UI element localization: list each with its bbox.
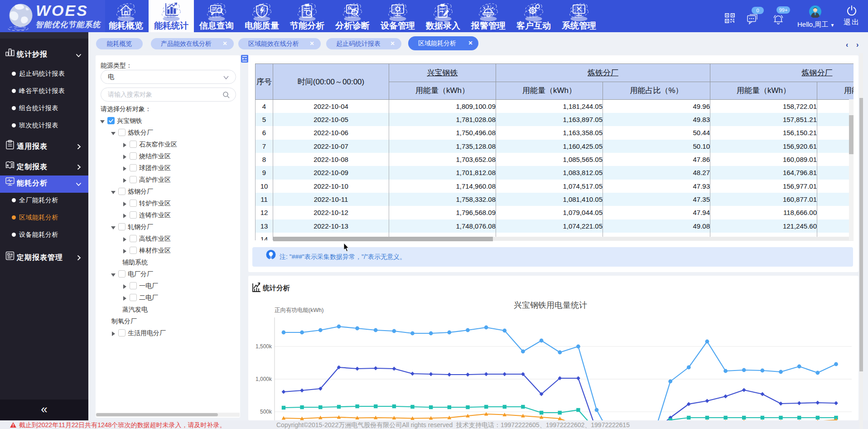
svg-text:500k: 500k (260, 409, 272, 415)
svg-text:1,000k: 1,000k (256, 376, 272, 382)
svg-text:正向有功电能(kWh): 正向有功电能(kWh) (275, 307, 323, 313)
svg-text:兴宝钢铁用电量统计: 兴宝钢铁用电量统计 (514, 301, 587, 310)
svg-text:统计分析: 统计分析 (262, 284, 290, 292)
svg-text:1,500k: 1,500k (256, 343, 272, 350)
